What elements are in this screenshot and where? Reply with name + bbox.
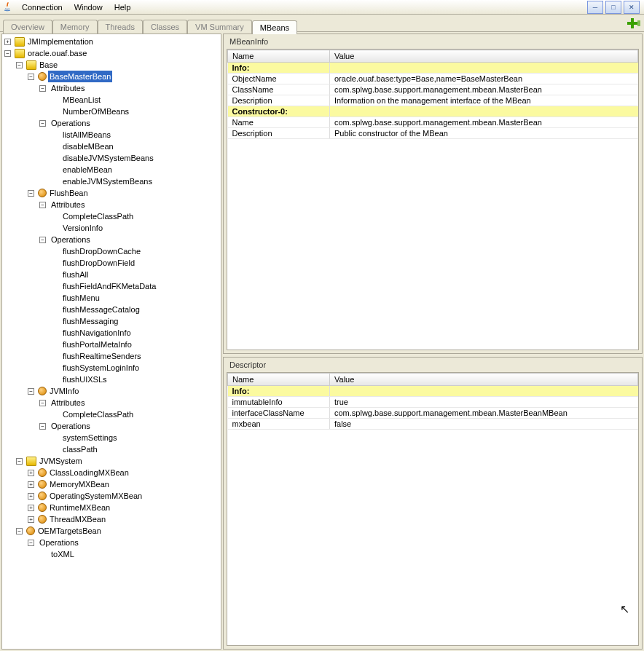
tree-node[interactable]: VersionInfo	[50, 222, 219, 234]
collapse-icon[interactable]: −	[39, 202, 46, 208]
tree-node[interactable]: +ThreadMXBean	[27, 513, 219, 525]
collapse-icon[interactable]: −	[28, 388, 34, 395]
collapse-icon[interactable]: −	[16, 458, 23, 465]
tab-threads[interactable]: Threads	[98, 20, 143, 33]
tree-node[interactable]: −Attributes	[39, 199, 219, 210]
folder-icon	[26, 60, 36, 70]
expand-icon[interactable]: +	[28, 493, 34, 500]
tree-node[interactable]: +MemoryMXBean	[27, 478, 219, 490]
tree-node[interactable]: flushMessaging	[50, 315, 219, 327]
tree-node[interactable]: flushDropDownCache	[50, 245, 219, 257]
expand-icon[interactable]: +	[28, 516, 34, 523]
collapse-icon[interactable]: −	[39, 85, 46, 92]
collapse-icon[interactable]: −	[39, 120, 46, 127]
expand-icon[interactable]: +	[28, 505, 34, 511]
tree-node[interactable]: +OperatingSystemMXBean	[27, 490, 219, 502]
tree-node[interactable]: −JVMInfo	[27, 385, 219, 397]
col-name[interactable]: Name	[228, 374, 330, 386]
tree-node[interactable]: +ClassLoadingMXBean	[27, 467, 219, 478]
tree-node[interactable]: −Operations	[27, 537, 219, 548]
mbean-tree[interactable]: +JMImplementation−oracle.ouaf.base−Base−…	[1, 33, 221, 650]
tree-node[interactable]: flushSystemLoginInfo	[50, 362, 219, 374]
tree-node[interactable]: CompleteClassPath	[50, 409, 219, 420]
tree-node[interactable]: −Operations	[39, 117, 219, 129]
col-value[interactable]: Value	[330, 50, 638, 63]
tree-node[interactable]: −JVMSystem	[15, 455, 219, 467]
descriptor-grid[interactable]: Name Value Info:immutableInfotrueinterfa…	[227, 372, 639, 646]
tab-mbeans[interactable]: MBeans	[252, 20, 297, 34]
expand-icon[interactable]: +	[28, 481, 34, 488]
maximize-button[interactable]: □	[605, 1, 621, 14]
tab-vm-summary[interactable]: VM Summary	[187, 20, 252, 33]
tree-node[interactable]: flushDropDownField	[50, 257, 219, 269]
tree-node[interactable]: flushFieldAndFKMetaData	[50, 280, 219, 292]
collapse-icon[interactable]: −	[28, 540, 34, 546]
tree-node[interactable]: +RuntimeMXBean	[27, 502, 219, 513]
table-row[interactable]: DescriptionInformation on the management…	[228, 95, 638, 106]
tree-node[interactable]: −Attributes	[39, 82, 219, 94]
tree-node[interactable]: −Base	[15, 59, 219, 71]
tree-node[interactable]: NumberOfMBeans	[50, 106, 219, 117]
tree-node[interactable]: −BaseMasterBean	[27, 71, 219, 82]
table-row[interactable]: ObjectNameoracle.ouaf.base:type=Base,nam…	[228, 74, 638, 84]
menu-connection[interactable]: Connection	[16, 1, 68, 13]
tree-node[interactable]: −FlushBean	[27, 187, 219, 199]
menu-window[interactable]: Window	[68, 1, 109, 13]
tree-node[interactable]: flushRealtimeSenders	[50, 350, 219, 362]
collapse-icon[interactable]: −	[39, 237, 46, 243]
table-row[interactable]: mxbeanfalse	[228, 419, 638, 430]
tree-node[interactable]: flushAll	[50, 269, 219, 280]
tab-memory[interactable]: Memory	[52, 20, 98, 33]
section-row[interactable]: Info:	[228, 386, 638, 397]
tree-node[interactable]: listAllMBeans	[50, 129, 219, 141]
collapse-icon[interactable]: −	[4, 50, 11, 57]
collapse-icon[interactable]: −	[16, 528, 23, 534]
mbean-icon	[26, 526, 35, 535]
tab-overview[interactable]: Overview	[3, 20, 52, 33]
menu-help[interactable]: Help	[109, 1, 137, 13]
tree-node[interactable]: flushUIXSLs	[50, 374, 219, 385]
table-row[interactable]: Namecom.splwg.base.support.management.mb…	[228, 117, 638, 128]
add-connection-icon[interactable]	[627, 17, 641, 30]
expand-icon[interactable]: +	[28, 470, 34, 476]
tree-node[interactable]: enableMBean	[50, 164, 219, 175]
mbeaninfo-grid[interactable]: Name Value Info:ObjectNameoracle.ouaf.ba…	[227, 49, 639, 350]
close-button[interactable]: ✕	[624, 1, 640, 14]
collapse-icon[interactable]: −	[28, 190, 34, 197]
table-row[interactable]: ClassNamecom.splwg.base.support.manageme…	[228, 84, 638, 95]
tree-node[interactable]: classPath	[50, 443, 219, 455]
cell-value: oracle.ouaf.base:type=Base,name=BaseMast…	[330, 74, 638, 84]
tree-node[interactable]: flushPortalMetaInfo	[50, 339, 219, 350]
tree-node[interactable]: systemSettings	[50, 432, 219, 443]
tab-classes[interactable]: Classes	[143, 20, 187, 33]
tree-node-label: Operations	[50, 420, 92, 432]
collapse-icon[interactable]: −	[39, 400, 46, 406]
expand-icon[interactable]: +	[4, 39, 11, 45]
section-row[interactable]: Constructor-0:	[228, 106, 638, 117]
section-row[interactable]: Info:	[228, 63, 638, 74]
tree-node[interactable]: MBeanList	[50, 94, 219, 106]
table-row[interactable]: DescriptionPublic constructor of the MBe…	[228, 128, 638, 139]
tree-node[interactable]: disableJVMSystemBeans	[50, 152, 219, 164]
tree-node[interactable]: −Attributes	[39, 397, 219, 409]
tree-node[interactable]: disableMBean	[50, 141, 219, 152]
tree-node[interactable]: flushMessageCatalog	[50, 304, 219, 315]
tree-node[interactable]: flushMenu	[50, 292, 219, 304]
tree-node[interactable]: +JMImplementation	[4, 36, 219, 47]
tree-node[interactable]: −Operations	[39, 234, 219, 245]
tree-node[interactable]: enableJVMSystemBeans	[50, 175, 219, 187]
collapse-icon[interactable]: −	[16, 62, 23, 68]
tree-node[interactable]: toXML	[39, 548, 219, 560]
minimize-button[interactable]: ─	[587, 1, 603, 14]
tree-node[interactable]: −oracle.ouaf.base	[4, 47, 219, 59]
table-row[interactable]: interfaceClassNamecom.splwg.base.support…	[228, 408, 638, 419]
tree-node[interactable]: −Operations	[39, 420, 219, 432]
collapse-icon[interactable]: −	[28, 74, 34, 80]
collapse-icon[interactable]: −	[39, 423, 46, 430]
tree-node[interactable]: −OEMTargetsBean	[15, 525, 219, 537]
col-value[interactable]: Value	[330, 374, 638, 386]
col-name[interactable]: Name	[228, 50, 330, 63]
tree-node[interactable]: flushNavigationInfo	[50, 327, 219, 339]
tree-node[interactable]: CompleteClassPath	[50, 210, 219, 222]
table-row[interactable]: immutableInfotrue	[228, 397, 638, 408]
